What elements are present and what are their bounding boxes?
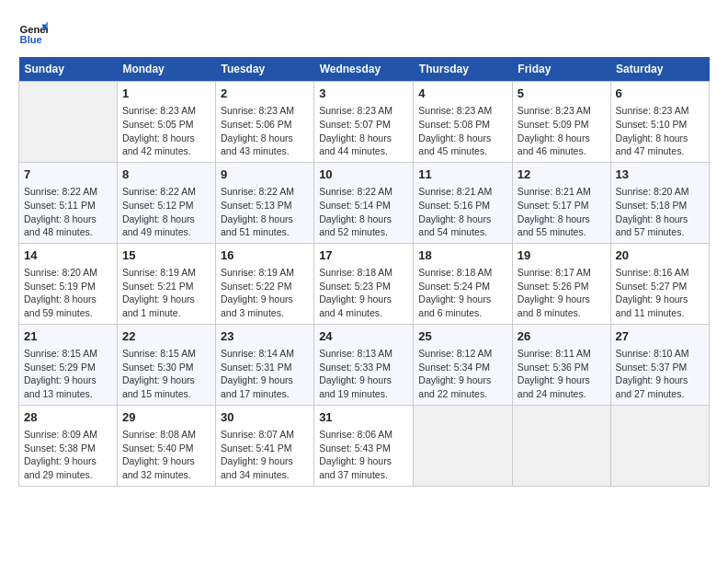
day-number: 28 — [24, 409, 112, 426]
day-info: Sunrise: 8:19 AMSunset: 5:22 PMDaylight:… — [221, 266, 309, 320]
day-info: Sunrise: 8:08 AMSunset: 5:40 PMDaylight:… — [122, 428, 210, 482]
day-info: Sunrise: 8:11 AMSunset: 5:36 PMDaylight:… — [518, 347, 606, 401]
day-cell — [610, 405, 709, 486]
day-info: Sunrise: 8:23 AMSunset: 5:08 PMDaylight:… — [418, 104, 507, 158]
day-info: Sunrise: 8:22 AMSunset: 5:14 PMDaylight:… — [319, 185, 408, 239]
day-info: Sunrise: 8:21 AMSunset: 5:16 PMDaylight:… — [418, 185, 507, 239]
week-row-2: 7Sunrise: 8:22 AMSunset: 5:11 PMDaylight… — [19, 162, 710, 243]
day-info: Sunrise: 8:13 AMSunset: 5:33 PMDaylight:… — [319, 347, 408, 401]
day-info: Sunrise: 8:07 AMSunset: 5:41 PMDaylight:… — [221, 428, 309, 482]
day-number: 20 — [616, 247, 704, 264]
week-row-5: 28Sunrise: 8:09 AMSunset: 5:38 PMDayligh… — [19, 405, 710, 486]
day-cell: 3Sunrise: 8:23 AMSunset: 5:07 PMDaylight… — [314, 82, 414, 163]
day-info: Sunrise: 8:23 AMSunset: 5:05 PMDaylight:… — [122, 104, 210, 158]
svg-text:Blue: Blue — [20, 34, 42, 45]
day-cell: 13Sunrise: 8:20 AMSunset: 5:18 PMDayligh… — [610, 162, 709, 243]
day-cell: 11Sunrise: 8:21 AMSunset: 5:16 PMDayligh… — [414, 162, 513, 243]
day-number: 11 — [418, 167, 507, 183]
calendar-header-row: SundayMondayTuesdayWednesdayThursdayFrid… — [19, 57, 710, 82]
day-cell: 12Sunrise: 8:21 AMSunset: 5:17 PMDayligh… — [512, 162, 610, 243]
day-info: Sunrise: 8:17 AMSunset: 5:26 PMDaylight:… — [518, 266, 606, 320]
day-cell — [512, 405, 610, 486]
day-cell: 24Sunrise: 8:13 AMSunset: 5:33 PMDayligh… — [314, 324, 414, 405]
day-cell: 6Sunrise: 8:23 AMSunset: 5:10 PMDaylight… — [610, 82, 709, 163]
day-cell: 9Sunrise: 8:22 AMSunset: 5:13 PMDaylight… — [215, 162, 313, 243]
day-number: 3 — [319, 86, 408, 102]
logo: General Blue — [18, 18, 51, 48]
col-header-monday: Monday — [117, 57, 215, 82]
col-header-sunday: Sunday — [19, 57, 118, 82]
day-cell: 23Sunrise: 8:14 AMSunset: 5:31 PMDayligh… — [215, 324, 313, 405]
day-cell: 17Sunrise: 8:18 AMSunset: 5:23 PMDayligh… — [314, 243, 414, 324]
day-info: Sunrise: 8:21 AMSunset: 5:17 PMDaylight:… — [518, 185, 606, 239]
day-cell — [19, 82, 118, 163]
day-number: 5 — [518, 86, 606, 102]
week-row-1: 1Sunrise: 8:23 AMSunset: 5:05 PMDaylight… — [19, 82, 710, 163]
day-cell: 28Sunrise: 8:09 AMSunset: 5:38 PMDayligh… — [19, 405, 118, 486]
day-number: 8 — [122, 167, 210, 183]
day-cell: 8Sunrise: 8:22 AMSunset: 5:12 PMDaylight… — [117, 162, 215, 243]
week-row-3: 14Sunrise: 8:20 AMSunset: 5:19 PMDayligh… — [19, 243, 710, 324]
day-info: Sunrise: 8:15 AMSunset: 5:30 PMDaylight:… — [122, 347, 210, 401]
day-info: Sunrise: 8:06 AMSunset: 5:43 PMDaylight:… — [319, 428, 408, 482]
day-number: 17 — [319, 247, 408, 264]
day-cell: 1Sunrise: 8:23 AMSunset: 5:05 PMDaylight… — [117, 82, 215, 163]
day-number: 6 — [616, 86, 704, 102]
day-number: 13 — [616, 167, 704, 183]
day-info: Sunrise: 8:09 AMSunset: 5:38 PMDaylight:… — [24, 428, 112, 482]
day-cell: 2Sunrise: 8:23 AMSunset: 5:06 PMDaylight… — [215, 82, 313, 163]
day-number: 29 — [122, 409, 210, 426]
day-number: 23 — [221, 328, 309, 345]
day-number: 14 — [24, 247, 112, 264]
day-info: Sunrise: 8:12 AMSunset: 5:34 PMDaylight:… — [418, 347, 507, 401]
col-header-wednesday: Wednesday — [314, 57, 414, 82]
day-cell: 21Sunrise: 8:15 AMSunset: 5:29 PMDayligh… — [19, 324, 118, 405]
day-cell: 20Sunrise: 8:16 AMSunset: 5:27 PMDayligh… — [610, 243, 709, 324]
day-cell: 15Sunrise: 8:19 AMSunset: 5:21 PMDayligh… — [117, 243, 215, 324]
day-number: 4 — [418, 86, 507, 102]
day-cell: 4Sunrise: 8:23 AMSunset: 5:08 PMDaylight… — [414, 82, 513, 163]
page-header: General Blue — [18, 18, 710, 48]
day-number: 21 — [24, 328, 112, 345]
day-info: Sunrise: 8:15 AMSunset: 5:29 PMDaylight:… — [24, 347, 112, 401]
day-number: 12 — [518, 167, 606, 183]
day-info: Sunrise: 8:23 AMSunset: 5:09 PMDaylight:… — [518, 104, 606, 158]
day-number: 10 — [319, 167, 408, 183]
day-info: Sunrise: 8:23 AMSunset: 5:10 PMDaylight:… — [616, 104, 704, 158]
day-number: 30 — [221, 409, 309, 426]
col-header-thursday: Thursday — [414, 57, 513, 82]
col-header-tuesday: Tuesday — [215, 57, 313, 82]
day-number: 2 — [221, 86, 309, 102]
day-cell: 30Sunrise: 8:07 AMSunset: 5:41 PMDayligh… — [215, 405, 313, 486]
day-number: 22 — [122, 328, 210, 345]
day-info: Sunrise: 8:22 AMSunset: 5:12 PMDaylight:… — [122, 185, 210, 239]
logo-icon: General Blue — [18, 18, 48, 48]
day-number: 24 — [319, 328, 408, 345]
day-info: Sunrise: 8:18 AMSunset: 5:23 PMDaylight:… — [319, 266, 408, 320]
day-info: Sunrise: 8:20 AMSunset: 5:19 PMDaylight:… — [24, 266, 112, 320]
day-cell: 19Sunrise: 8:17 AMSunset: 5:26 PMDayligh… — [512, 243, 610, 324]
day-number: 18 — [418, 247, 507, 264]
day-info: Sunrise: 8:23 AMSunset: 5:06 PMDaylight:… — [221, 104, 309, 158]
day-info: Sunrise: 8:16 AMSunset: 5:27 PMDaylight:… — [616, 266, 704, 320]
day-info: Sunrise: 8:10 AMSunset: 5:37 PMDaylight:… — [616, 347, 704, 401]
day-cell: 10Sunrise: 8:22 AMSunset: 5:14 PMDayligh… — [314, 162, 414, 243]
week-row-4: 21Sunrise: 8:15 AMSunset: 5:29 PMDayligh… — [19, 324, 710, 405]
day-cell: 25Sunrise: 8:12 AMSunset: 5:34 PMDayligh… — [414, 324, 513, 405]
day-info: Sunrise: 8:22 AMSunset: 5:11 PMDaylight:… — [24, 185, 112, 239]
day-cell: 27Sunrise: 8:10 AMSunset: 5:37 PMDayligh… — [610, 324, 709, 405]
col-header-saturday: Saturday — [610, 57, 709, 82]
day-info: Sunrise: 8:14 AMSunset: 5:31 PMDaylight:… — [221, 347, 309, 401]
day-number: 26 — [518, 328, 606, 345]
day-info: Sunrise: 8:23 AMSunset: 5:07 PMDaylight:… — [319, 104, 408, 158]
day-cell: 29Sunrise: 8:08 AMSunset: 5:40 PMDayligh… — [117, 405, 215, 486]
day-number: 15 — [122, 247, 210, 264]
day-cell — [414, 405, 513, 486]
day-cell: 5Sunrise: 8:23 AMSunset: 5:09 PMDaylight… — [512, 82, 610, 163]
day-cell: 31Sunrise: 8:06 AMSunset: 5:43 PMDayligh… — [314, 405, 414, 486]
day-number: 7 — [24, 167, 112, 183]
day-cell: 14Sunrise: 8:20 AMSunset: 5:19 PMDayligh… — [19, 243, 118, 324]
day-cell: 26Sunrise: 8:11 AMSunset: 5:36 PMDayligh… — [512, 324, 610, 405]
day-info: Sunrise: 8:22 AMSunset: 5:13 PMDaylight:… — [221, 185, 309, 239]
day-cell: 22Sunrise: 8:15 AMSunset: 5:30 PMDayligh… — [117, 324, 215, 405]
